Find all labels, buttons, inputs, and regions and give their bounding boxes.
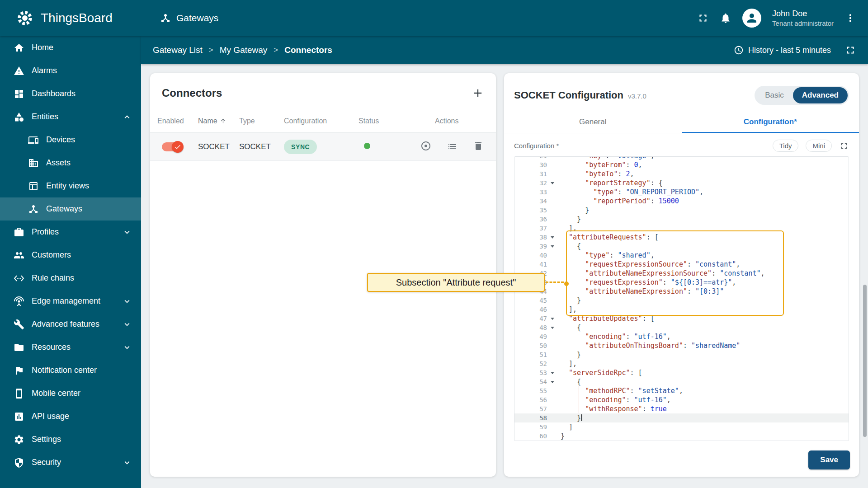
fold-icon[interactable]: [551, 236, 554, 239]
code-line-52: 52 ],: [514, 359, 849, 368]
breadcrumb-my-gateway[interactable]: My Gateway: [220, 45, 268, 55]
sidebar-item-alarms[interactable]: Alarms: [0, 59, 141, 82]
tab-general[interactable]: General: [504, 111, 682, 133]
breadcrumb-gateway-list[interactable]: Gateway List: [153, 45, 203, 55]
sidebar-item-customers[interactable]: Customers: [0, 244, 141, 267]
page-section-title: Gateways: [141, 13, 218, 23]
connector-enabled-toggle[interactable]: [162, 142, 183, 151]
rpc-button[interactable]: [420, 141, 431, 153]
fold-icon[interactable]: [551, 318, 554, 320]
sidebar-item-settings[interactable]: Settings: [0, 428, 141, 451]
code-line-58: 58 }: [514, 413, 849, 422]
line-number: 53: [514, 368, 556, 377]
profiles-icon: [14, 227, 24, 238]
sidebar-item-api-usage[interactable]: API usage: [0, 405, 141, 428]
advanced-icon: [14, 319, 24, 330]
line-number: 35: [514, 206, 556, 215]
delete-button[interactable]: [473, 141, 484, 153]
code-text: ],: [556, 224, 577, 233]
code-text: "requestExpressionSource": "constant",: [556, 260, 740, 269]
sidebar-item-gateways[interactable]: Gateways: [0, 197, 141, 221]
gateways-icon: [28, 204, 39, 215]
editor-fullscreen-button[interactable]: [839, 141, 849, 151]
code-text: }: [556, 413, 582, 422]
code-line-49: 49 "encoding": "utf-16",: [514, 332, 849, 341]
section-label: Gateways: [176, 13, 218, 23]
tidy-button[interactable]: Tidy: [773, 140, 799, 152]
customers-icon: [14, 250, 24, 261]
sidebar-item-mobile-center[interactable]: Mobile center: [0, 382, 141, 405]
history-button[interactable]: History - last 5 minutes: [731, 45, 834, 56]
fold-icon[interactable]: [551, 327, 554, 329]
column-name-sort[interactable]: Name: [198, 117, 239, 125]
page-scrollbar[interactable]: [863, 285, 867, 437]
add-connector-button[interactable]: [472, 87, 484, 99]
code-text: {: [556, 323, 581, 332]
sidebar-item-resources[interactable]: Resources: [0, 336, 141, 359]
code-line-40: 40 "type": "shared",: [514, 251, 849, 260]
code-text: ],: [556, 359, 577, 368]
sidebar-item-advanced-features[interactable]: Advanced features: [0, 313, 141, 336]
code-text: }: [556, 296, 581, 305]
line-number: 33: [514, 188, 556, 197]
code-text: "attributeOnThingsBoard": "sharedName": [556, 341, 740, 350]
sidebar-item-notification-center[interactable]: Notification center: [0, 359, 141, 382]
code-line-55: 55 "methodRPC": "setState",: [514, 386, 849, 395]
fullscreen-button[interactable]: [697, 12, 709, 24]
breadcrumb: Gateway List > My Gateway > Connectors: [153, 45, 332, 55]
avatar[interactable]: [742, 9, 761, 28]
sidebar-item-label: Settings: [32, 435, 61, 444]
code-line-34: 34 "reportPeriod": 15000: [514, 197, 849, 206]
annotation-connector-line: [546, 282, 564, 283]
connector-row[interactable]: SOCKET SOCKET SYNC: [150, 133, 496, 161]
advanced-mode-button[interactable]: Advanced: [793, 87, 848, 103]
sidebar-item-home[interactable]: Home: [0, 36, 141, 59]
sidebar-item-devices[interactable]: Devices: [0, 128, 141, 151]
resources-icon: [14, 342, 24, 353]
code-line-51: 51 }: [514, 350, 849, 359]
fold-icon[interactable]: [551, 381, 554, 383]
chevron-down-icon: [122, 319, 132, 329]
configuration-field-label: Configuration *: [514, 142, 559, 150]
connectors-title: Connectors: [162, 87, 222, 99]
bell-icon: [720, 12, 731, 24]
fold-icon[interactable]: [551, 245, 554, 248]
sidebar-item-rule-chains[interactable]: Rule chains: [0, 267, 141, 290]
sidebar-item-profiles[interactable]: Profiles: [0, 221, 141, 244]
sidebar-item-label: Profiles: [32, 227, 59, 237]
code-text: "encoding": "utf-16",: [556, 395, 671, 404]
basic-mode-button[interactable]: Basic: [756, 87, 793, 103]
code-line-57: 57 "withResponse": true: [514, 404, 849, 413]
json-config-editor[interactable]: 29 "key": "Voltage",30 "byteFrom": 0,31 …: [514, 156, 849, 441]
sidebar-item-security[interactable]: Security: [0, 451, 141, 474]
mini-button[interactable]: Mini: [806, 140, 832, 152]
code-line-54: 54 {: [514, 377, 849, 386]
sidebar-item-edge-management[interactable]: Edge management: [0, 290, 141, 313]
sidebar-item-entities[interactable]: Entities: [0, 105, 141, 128]
sidebar-item-label: Entities: [32, 112, 58, 122]
person-icon: [745, 11, 759, 25]
sidebar-item-label: Resources: [32, 343, 71, 352]
column-configuration: Configuration: [284, 117, 359, 125]
line-number: 37: [514, 224, 556, 233]
code-text: "attributeUpdates": [: [556, 314, 655, 323]
notifications-button[interactable]: [720, 12, 731, 24]
line-number: 59: [514, 422, 556, 432]
details-button[interactable]: [447, 141, 458, 153]
code-line-42: 42 "attributeNameExpressionSource": "con…: [514, 269, 849, 278]
sidebar-item-entity-views[interactable]: Entity views: [0, 174, 141, 197]
save-button[interactable]: Save: [808, 450, 850, 469]
tab-configuration[interactable]: Configuration*: [682, 111, 859, 133]
subbar-fullscreen-button[interactable]: [844, 44, 856, 56]
sidebar-item-dashboards[interactable]: Dashboards: [0, 82, 141, 105]
line-number: 32: [514, 178, 556, 188]
sidebar-item-assets[interactable]: Assets: [0, 151, 141, 174]
annotation-callout: Subsection "Attribute request": [367, 273, 545, 292]
fold-icon[interactable]: [551, 372, 554, 374]
more-menu-button[interactable]: [844, 12, 856, 24]
fold-icon[interactable]: [551, 182, 554, 184]
plus-icon: [472, 87, 484, 99]
sidebar-item-label: Devices: [46, 135, 75, 145]
thingsboard-brand[interactable]: ThingsBoard: [0, 9, 141, 28]
chevron-down-icon: [122, 227, 132, 237]
